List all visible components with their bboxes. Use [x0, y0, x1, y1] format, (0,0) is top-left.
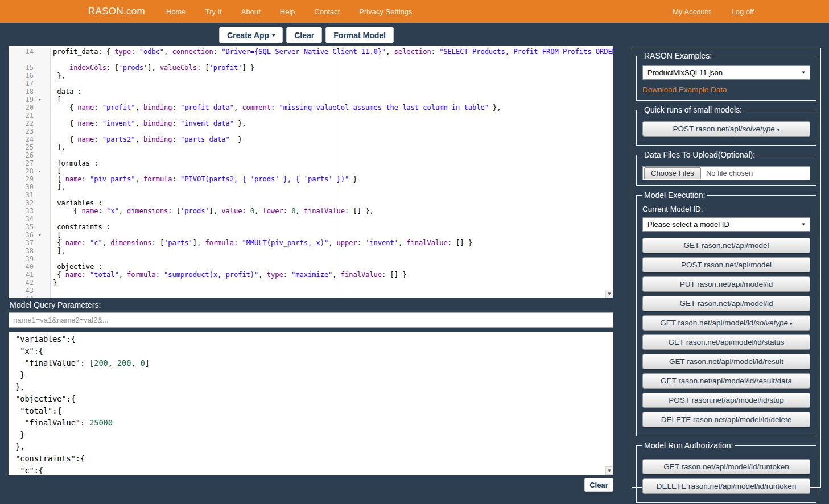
- api-button[interactable]: GET rason.net/api/model/id/solvetype ▾: [642, 315, 810, 331]
- fold-spacer: [34, 199, 46, 207]
- api-button[interactable]: GET rason.net/api/model/id/status: [642, 334, 810, 350]
- clear-button[interactable]: Clear: [286, 27, 322, 43]
- code-token: formula: [127, 271, 156, 279]
- code-line[interactable]: 41 { name: "total", formula: "sumproduct…: [9, 271, 613, 279]
- download-example-data-link[interactable]: Download Example Data: [642, 85, 727, 94]
- code-token: data :: [53, 88, 82, 96]
- code-text: { name: "total", formula: "sumproduct(x,…: [51, 271, 406, 279]
- code-text: [51, 56, 53, 64]
- api-button[interactable]: PUT rason.net/api/model/id: [642, 276, 810, 292]
- output-line: }: [11, 429, 611, 441]
- fold-spacer: [34, 72, 46, 80]
- editor-scroll-down-icon[interactable]: ▼: [605, 290, 613, 298]
- output-line: "total":{: [11, 405, 611, 417]
- api-button[interactable]: POST rason.net/api/model: [642, 257, 810, 272]
- api-button[interactable]: GET rason.net/api/model/id/runtoken: [642, 459, 810, 474]
- api-button[interactable]: GET rason.net/api/model/id/result/data: [642, 373, 810, 389]
- nav-item-help[interactable]: Help: [270, 7, 305, 16]
- code-line[interactable]: 14profit_data: { type: "odbc", connectio…: [9, 48, 613, 56]
- code-line[interactable]: 33 { name: "x", dimensions: ['prods'], v…: [9, 207, 613, 215]
- code-line[interactable]: 31: [9, 191, 613, 199]
- code-line[interactable]: 32 variables :: [9, 199, 613, 207]
- api-button[interactable]: GET rason.net/api/model/id: [642, 296, 810, 311]
- button-label: GET rason.net/api/model/id/result/data: [661, 377, 792, 385]
- code-token: "invent": [102, 119, 135, 127]
- nav-item-try-it[interactable]: Try It: [196, 7, 232, 16]
- api-button[interactable]: GET rason.net/api/model/id/result: [642, 354, 810, 369]
- model-code-editor[interactable]: 14profit_data: { type: "odbc", connectio…: [9, 46, 613, 298]
- code-token: ,: [135, 104, 143, 111]
- fold-spacer: [34, 223, 46, 231]
- fold-marker-icon[interactable]: ▾: [34, 96, 46, 104]
- result-output-panel[interactable]: "variables":{ "x":{ "finalValue": [200, …: [9, 332, 613, 475]
- code-line[interactable]: 37 { name: "c", dimensions: ['parts'], f…: [9, 239, 613, 247]
- code-token: "MMULT(piv_parts, x)": [242, 239, 328, 247]
- button-label: GET rason.net/api/model/id/: [660, 319, 756, 327]
- code-line[interactable]: 23: [9, 127, 613, 135]
- code-token: ,: [102, 239, 110, 247]
- code-line[interactable]: 38 ],: [9, 247, 613, 255]
- code-line[interactable]: 44: [9, 295, 613, 298]
- output-scroll-down-icon[interactable]: ▼: [605, 466, 613, 475]
- nav-item-my-account[interactable]: My Account: [673, 7, 711, 16]
- create-app-button[interactable]: Create App ▾: [219, 27, 283, 43]
- brand-logo[interactable]: RASON.com: [88, 6, 145, 17]
- fold-marker-icon[interactable]: ▾: [34, 231, 46, 239]
- code-line[interactable]: 30 ],: [9, 183, 613, 191]
- line-number: 19: [9, 96, 34, 104]
- api-button[interactable]: GET rason.net/api/model: [642, 238, 810, 253]
- code-line[interactable]: [9, 56, 613, 64]
- api-button[interactable]: DELETE rason.net/api/model/id/runtoken: [642, 478, 810, 494]
- fold-spacer: [34, 295, 46, 298]
- code-line[interactable]: 17: [9, 80, 613, 88]
- line-gutter: 31: [9, 191, 51, 199]
- code-line[interactable]: 28▾ [: [9, 167, 613, 175]
- model-id-select[interactable]: Please select a model ID ▼: [642, 217, 810, 232]
- code-line[interactable]: 26: [9, 151, 613, 159]
- code-line[interactable]: 22 { name: "invent", binding: "invent_da…: [9, 119, 613, 127]
- code-line[interactable]: 40 objective :: [9, 263, 613, 271]
- choose-files-button[interactable]: Choose Files: [644, 167, 701, 179]
- output-line: "x":{: [11, 345, 611, 357]
- code-line[interactable]: 18 data :: [9, 88, 613, 96]
- code-line[interactable]: 21: [9, 111, 613, 119]
- query-params-input[interactable]: [9, 312, 613, 328]
- nav-item-home[interactable]: Home: [156, 7, 196, 16]
- code-line[interactable]: 29 { name: "piv_parts", formula: "PIVOT(…: [9, 175, 613, 183]
- code-line[interactable]: 35 constraints :: [9, 223, 613, 231]
- code-line[interactable]: 20 { name: "profit", binding: "profit_da…: [9, 104, 613, 111]
- code-line[interactable]: 24 { name: "parts2", binding: "parts_dat…: [9, 135, 613, 143]
- nav-item-privacy-settings[interactable]: Privacy Settings: [349, 7, 422, 16]
- code-line[interactable]: 19▾ [: [9, 96, 613, 104]
- fold-spacer: [34, 48, 46, 56]
- examples-select[interactable]: ProductMixSQL11.json ▼: [642, 65, 810, 80]
- code-line[interactable]: 39: [9, 255, 613, 263]
- api-button[interactable]: POST rason.net/api/model/id/stop: [642, 393, 810, 408]
- code-line[interactable]: 43: [9, 287, 613, 295]
- nav-item-log-off[interactable]: Log off: [731, 7, 754, 16]
- code-line[interactable]: 42}: [9, 279, 613, 287]
- code-text: [: [51, 231, 61, 239]
- code-token: "variables":{: [11, 334, 76, 344]
- code-line[interactable]: 27 formulas :: [9, 159, 613, 167]
- nav-item-contact[interactable]: Contact: [305, 7, 350, 16]
- nav-account-area: My Account Log off: [673, 7, 754, 16]
- code-line[interactable]: 36▾ [: [9, 231, 613, 239]
- api-button[interactable]: DELETE rason.net/api/model/id/delete: [642, 412, 810, 427]
- fold-marker-icon[interactable]: ▾: [34, 167, 46, 175]
- line-number: 24: [9, 135, 34, 143]
- post-solvetype-button[interactable]: POST rason.net/api/solvetype ▾: [642, 121, 810, 137]
- code-token: :: [172, 135, 180, 143]
- code-text: { name: "x", dimensions: ['prods'], valu…: [51, 207, 374, 215]
- nav-item-about[interactable]: About: [232, 7, 270, 16]
- code-token: {: [53, 175, 65, 183]
- code-line[interactable]: 15 indexCols: ['prods'], valueCols: ['pr…: [9, 64, 613, 72]
- format-model-button[interactable]: Format Model: [325, 27, 394, 43]
- output-clear-button[interactable]: Clear: [584, 478, 613, 492]
- code-line[interactable]: 16 },: [9, 72, 613, 80]
- quick-runs-legend: Quick runs of small models:: [642, 105, 744, 114]
- code-line[interactable]: 25 ],: [9, 143, 613, 151]
- code-token: :: [213, 48, 221, 56]
- code-line[interactable]: 34: [9, 215, 613, 223]
- file-upload-input[interactable]: Choose Files No file chosen: [642, 166, 810, 180]
